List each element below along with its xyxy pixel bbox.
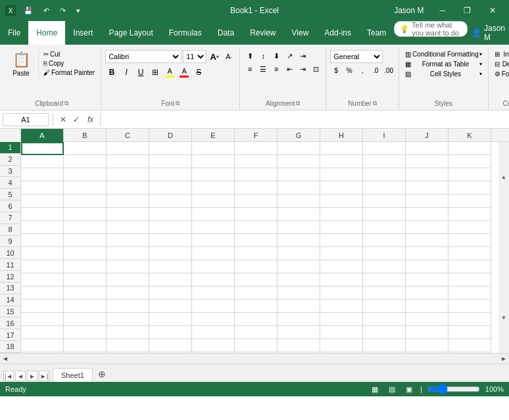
orientation-button[interactable]: ↗: [283, 50, 295, 62]
cell-C8[interactable]: [107, 234, 149, 247]
cell-D10[interactable]: [149, 260, 192, 273]
fill-color-button[interactable]: A: [163, 66, 176, 79]
cell-A6[interactable]: [21, 208, 64, 221]
formula-input[interactable]: [105, 116, 506, 124]
cell-J11[interactable]: [406, 273, 448, 287]
cell-E16[interactable]: [192, 339, 235, 352]
cell-D16[interactable]: [149, 339, 192, 352]
cell-J12[interactable]: [406, 287, 448, 300]
col-header-j[interactable]: J: [406, 129, 448, 142]
cell-I12[interactable]: [363, 287, 406, 300]
increase-indent-button[interactable]: ⇥: [297, 63, 308, 75]
cell-J5[interactable]: [406, 195, 448, 208]
cell-G3[interactable]: [278, 168, 320, 181]
menu-addins[interactable]: Add-ins: [316, 21, 359, 45]
cell-C3[interactable]: [107, 168, 149, 181]
underline-button[interactable]: U: [134, 66, 147, 79]
cell-F13[interactable]: [235, 300, 278, 313]
nav-next-sheet-button[interactable]: ►: [27, 371, 37, 381]
save-button[interactable]: 💾: [21, 5, 36, 16]
menu-formulas[interactable]: Formulas: [161, 21, 210, 45]
cell-c1[interactable]: [107, 142, 149, 155]
cell-G2[interactable]: [278, 155, 320, 168]
align-top-button[interactable]: ⬆: [244, 50, 256, 62]
cell-H10[interactable]: [320, 260, 363, 273]
cell-D2[interactable]: [149, 155, 192, 168]
cell-A5[interactable]: [21, 195, 64, 208]
row-header-6[interactable]: 6: [0, 200, 21, 212]
cell-F10[interactable]: [235, 260, 278, 273]
cell-F16[interactable]: [235, 339, 278, 352]
currency-style-button[interactable]: $: [330, 64, 342, 76]
cell-H14[interactable]: [320, 313, 363, 326]
cell-D8[interactable]: [149, 234, 192, 247]
format-as-table-button[interactable]: ▦ Format as Table ▾: [403, 60, 484, 68]
cell-H3[interactable]: [320, 168, 363, 181]
menu-view[interactable]: View: [284, 21, 317, 45]
cell-C16[interactable]: [107, 339, 149, 352]
cell-D4[interactable]: [149, 181, 192, 195]
cell-G7[interactable]: [278, 221, 320, 234]
cell-K8[interactable]: [448, 234, 491, 247]
cell-B7[interactable]: [64, 221, 107, 234]
cell-B3[interactable]: [64, 168, 107, 181]
row-header-10[interactable]: 10: [0, 247, 21, 259]
cell-E14[interactable]: [192, 313, 235, 326]
cut-button[interactable]: ✂ Cut: [41, 50, 97, 58]
decrease-font-size-button[interactable]: A-: [222, 50, 235, 63]
cell-G12[interactable]: [278, 287, 320, 300]
cell-G8[interactable]: [278, 234, 320, 247]
cell-E3[interactable]: [192, 168, 235, 181]
cell-D5[interactable]: [149, 195, 192, 208]
row-header-3[interactable]: 3: [0, 166, 21, 177]
bold-button[interactable]: B: [105, 66, 118, 79]
cell-K3[interactable]: [448, 168, 491, 181]
row-header-5[interactable]: 5: [0, 189, 21, 200]
cell-D11[interactable]: [149, 273, 192, 287]
close-button[interactable]: ✕: [481, 3, 504, 18]
cell-B6[interactable]: [64, 208, 107, 221]
cell-F11[interactable]: [235, 273, 278, 287]
cell-F8[interactable]: [235, 234, 278, 247]
decrease-decimal-button[interactable]: .00: [383, 64, 395, 76]
cell-A9[interactable]: [21, 247, 64, 260]
cell-E7[interactable]: [192, 221, 235, 234]
cell-I9[interactable]: [363, 247, 406, 260]
cell-C7[interactable]: [107, 221, 149, 234]
cell-E12[interactable]: [192, 287, 235, 300]
cell-I7[interactable]: [363, 221, 406, 234]
cell-g1[interactable]: [278, 142, 320, 155]
cell-D7[interactable]: [149, 221, 192, 234]
menu-data[interactable]: Data: [210, 21, 242, 45]
cell-J3[interactable]: [406, 168, 448, 181]
cell-D13[interactable]: [149, 300, 192, 313]
cell-B16[interactable]: [64, 339, 107, 352]
menu-page-layout[interactable]: Page Layout: [101, 21, 160, 45]
cell-E11[interactable]: [192, 273, 235, 287]
comma-style-button[interactable]: ,: [356, 64, 368, 76]
cell-K7[interactable]: [448, 221, 491, 234]
cell-J16[interactable]: [406, 339, 448, 352]
italic-button[interactable]: I: [120, 66, 133, 79]
cell-A10[interactable]: [21, 260, 64, 273]
conditional-formatting-button[interactable]: ▥ Conditional Formatting ▾: [403, 50, 484, 58]
cell-B9[interactable]: [64, 247, 107, 260]
cell-K6[interactable]: [448, 208, 491, 221]
cell-b1[interactable]: [64, 142, 107, 155]
row-header-14[interactable]: 14: [0, 294, 21, 306]
cell-K14[interactable]: [448, 313, 491, 326]
insert-cells-button[interactable]: ⊞ Insert ▾: [493, 50, 509, 58]
row-header-2[interactable]: 2: [0, 154, 21, 166]
cell-C5[interactable]: [107, 195, 149, 208]
col-header-k[interactable]: K: [448, 129, 491, 142]
row-header-9[interactable]: 9: [0, 236, 21, 248]
cell-I14[interactable]: [363, 313, 406, 326]
cell-K10[interactable]: [448, 260, 491, 273]
col-header-b[interactable]: B: [64, 129, 107, 142]
cell-B14[interactable]: [64, 313, 107, 326]
scroll-up-button[interactable]: ▲: [498, 142, 509, 212]
cell-I10[interactable]: [363, 260, 406, 273]
cell-G4[interactable]: [278, 181, 320, 195]
cell-A3[interactable]: [21, 168, 64, 181]
col-header-a[interactable]: A: [21, 129, 64, 142]
